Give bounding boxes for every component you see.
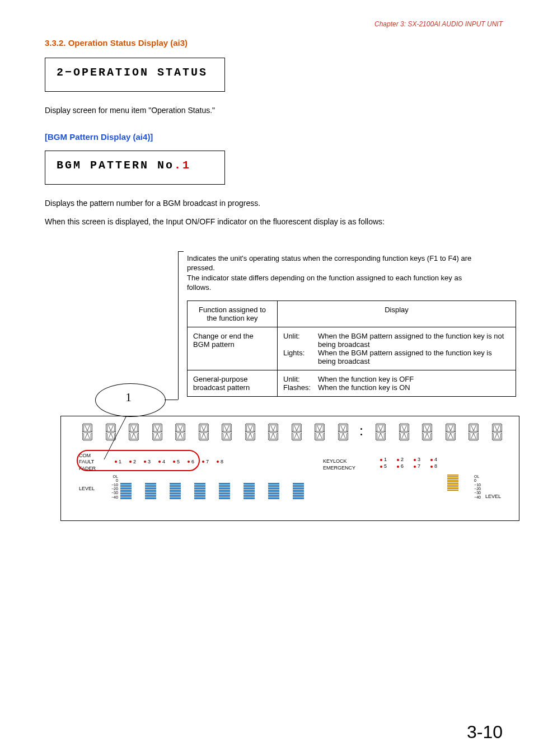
leader-line: [178, 251, 179, 312]
svg-marker-27: [137, 424, 138, 432]
svg-marker-182: [469, 433, 470, 440]
svg-line-197: [495, 433, 497, 439]
segment-digit: [174, 423, 186, 441]
highlight-indicator-group: [77, 450, 200, 471]
segment-digit: [398, 423, 410, 441]
segment-digit: [374, 423, 387, 441]
indicator-dot: 8: [217, 459, 223, 464]
leader-line: [178, 312, 179, 400]
svg-marker-190: [493, 439, 501, 440]
body-text: When this screen is displayed, the Input…: [45, 217, 503, 228]
svg-marker-16: [114, 424, 115, 432]
svg-marker-104: [300, 424, 301, 432]
text: When the BGM pattern assigned to the fun…: [318, 332, 510, 349]
level-gauge: [170, 483, 181, 499]
body-text: Display screen for menu item "Operation …: [45, 105, 503, 116]
td-disp-bgm: Unlit:When the BGM pattern assigned to t…: [278, 327, 516, 370]
svg-marker-188: [493, 424, 501, 425]
svg-marker-136: [376, 424, 377, 432]
svg-marker-62: [207, 433, 208, 440]
svg-marker-126: [346, 424, 348, 432]
label-emergency: EMERGENCY: [323, 464, 355, 471]
svg-marker-40: [161, 433, 162, 440]
svg-marker-35: [153, 431, 161, 433]
svg-line-76: [224, 433, 227, 439]
svg-line-184: [471, 425, 474, 431]
text: When the function key is OFF: [318, 375, 414, 383]
svg-line-175: [448, 433, 450, 439]
indicator-pair: 26: [397, 457, 404, 469]
svg-marker-13: [106, 431, 115, 433]
segment-digit: [267, 423, 279, 441]
svg-line-131: [341, 433, 343, 439]
svg-line-22: [111, 433, 113, 439]
callout-area: Indicates the unit's operating status wh…: [31, 253, 503, 521]
svg-marker-145: [400, 431, 408, 433]
svg-marker-157: [423, 439, 432, 440]
svg-marker-57: [199, 431, 208, 433]
svg-marker-60: [207, 424, 208, 432]
svg-marker-95: [277, 433, 278, 440]
svg-line-87: [248, 433, 250, 439]
level-gauge: [120, 483, 132, 499]
svg-marker-24: [130, 431, 138, 433]
svg-marker-5: [91, 424, 92, 432]
segment-digit: [198, 423, 210, 441]
svg-marker-135: [377, 439, 385, 440]
gauge-row-left: OL0−10−20−30−40: [111, 475, 317, 499]
svg-marker-127: [338, 433, 339, 440]
svg-line-185: [474, 425, 476, 431]
svg-marker-84: [254, 433, 255, 440]
svg-marker-117: [324, 433, 325, 440]
svg-line-152: [404, 425, 406, 431]
svg-line-99: [273, 433, 275, 439]
svg-marker-69: [223, 439, 231, 440]
svg-marker-123: [339, 431, 348, 433]
segment-digit: [421, 423, 433, 441]
svg-marker-147: [399, 424, 400, 432]
segment-digit: [313, 423, 326, 441]
svg-line-64: [204, 425, 206, 431]
svg-line-154: [404, 433, 406, 439]
svg-marker-169: [446, 424, 447, 432]
svg-marker-113: [316, 439, 324, 440]
svg-marker-49: [184, 424, 185, 432]
segment-digit: [151, 423, 163, 441]
svg-line-86: [250, 425, 252, 431]
callout-number: 1: [125, 390, 132, 405]
svg-marker-79: [246, 431, 254, 433]
svg-marker-103: [292, 424, 293, 432]
svg-line-20: [111, 425, 113, 431]
svg-line-176: [451, 433, 453, 439]
gauge-scale: OL0−10−20−30−40: [474, 475, 481, 499]
svg-marker-149: [399, 433, 400, 440]
svg-marker-59: [199, 424, 200, 432]
lcd-bgm-prefix: BGM PATTERN No: [57, 159, 174, 172]
svg-marker-166: [446, 424, 455, 425]
segment-digit: [337, 423, 349, 441]
svg-line-109: [294, 433, 297, 439]
svg-marker-138: [376, 433, 377, 440]
page-number: 3-10: [467, 722, 503, 743]
body-text: Displays the pattern number for a BGM br…: [45, 198, 503, 209]
label-lights: Lights:: [283, 349, 318, 365]
svg-marker-34: [153, 424, 161, 425]
svg-marker-92: [269, 424, 270, 432]
svg-marker-38: [161, 424, 162, 432]
svg-marker-2: [83, 431, 92, 433]
svg-marker-94: [269, 433, 270, 440]
segment-digit: [291, 423, 303, 441]
callout-text: Indicates the unit's operating status wh…: [187, 253, 480, 293]
svg-line-132: [343, 433, 345, 439]
svg-line-153: [401, 433, 404, 439]
svg-line-30: [132, 425, 134, 431]
svg-line-21: [108, 433, 110, 439]
svg-marker-181: [477, 424, 479, 432]
svg-marker-29: [137, 433, 138, 440]
svg-marker-1: [83, 424, 92, 425]
level-gauge: [145, 483, 156, 499]
svg-line-198: [497, 433, 499, 439]
svg-line-55: [180, 433, 182, 439]
svg-line-54: [178, 433, 180, 439]
svg-line-65: [201, 433, 203, 439]
